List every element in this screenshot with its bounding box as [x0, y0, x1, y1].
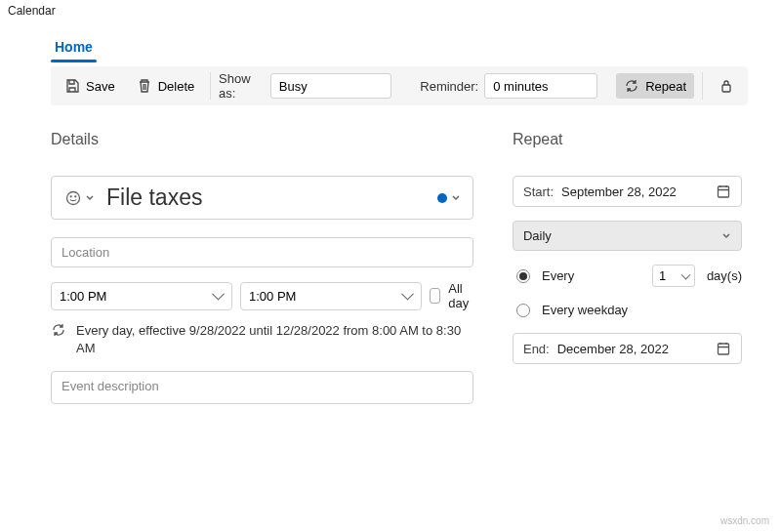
end-time-select[interactable]	[240, 282, 422, 310]
end-label: End:	[523, 342, 550, 356]
calendar-icon	[716, 184, 731, 199]
watermark: wsxdn.com	[720, 515, 769, 526]
trash-icon	[137, 78, 152, 94]
calendar-color-picker[interactable]	[437, 193, 461, 203]
every-weekday-row: Every weekday	[516, 303, 742, 317]
end-value: December 28, 2022	[557, 342, 669, 356]
time-row: All day	[51, 281, 473, 310]
repeat-end-field[interactable]: End: December 28, 2022	[513, 333, 742, 364]
repeat-button[interactable]: Repeat	[616, 73, 694, 99]
start-label: Start:	[523, 184, 554, 199]
start-time-select[interactable]	[51, 282, 232, 310]
svg-point-1	[67, 191, 80, 204]
recurrence-text: Every day, effective 9/28/2022 until 12/…	[76, 322, 473, 357]
tab-bar: Home	[0, 21, 781, 61]
svg-rect-4	[719, 186, 729, 197]
recurrence-summary: Every day, effective 9/28/2022 until 12/…	[51, 322, 473, 357]
delete-button[interactable]: Delete	[129, 73, 203, 99]
reminder-input[interactable]	[484, 73, 597, 99]
calendar-icon	[716, 341, 731, 356]
emoji-picker-button[interactable]	[63, 188, 97, 208]
every-radio[interactable]	[516, 269, 530, 283]
window-title: Calendar	[0, 0, 781, 21]
show-as-input[interactable]	[270, 73, 391, 99]
save-label: Save	[86, 79, 115, 94]
color-dot-icon	[437, 193, 447, 203]
every-weekday-label: Every weekday	[542, 303, 628, 317]
start-value: September 28, 2022	[561, 184, 677, 199]
reminder-label: Reminder:	[420, 79, 478, 94]
frequency-value: Daily	[523, 228, 552, 243]
every-n-days-row: Every day(s)	[516, 265, 742, 287]
every-weekday-radio[interactable]	[516, 304, 530, 317]
frequency-select[interactable]: Daily	[513, 221, 742, 251]
private-button[interactable]	[711, 73, 742, 99]
lock-icon	[719, 78, 734, 94]
svg-point-2	[70, 195, 71, 196]
delete-label: Delete	[158, 79, 195, 94]
all-day-label: All day	[448, 281, 473, 310]
divider	[210, 72, 211, 100]
smiley-icon	[65, 190, 81, 206]
repeat-icon	[51, 322, 66, 338]
tab-home[interactable]: Home	[51, 35, 97, 61]
repeat-label: Repeat	[645, 79, 686, 94]
save-icon	[64, 78, 80, 94]
event-title-box	[51, 176, 473, 220]
location-input[interactable]	[51, 237, 473, 267]
repeat-start-field[interactable]: Start: September 28, 2022	[513, 176, 742, 207]
show-as-label: Show as:	[219, 71, 265, 101]
svg-rect-5	[719, 344, 729, 354]
repeat-icon	[624, 78, 639, 94]
every-label: Every	[542, 268, 574, 283]
details-panel: Details All day Every day, effective 9/2…	[51, 131, 473, 421]
toolbar: Save Delete Show as: Reminder: Repeat	[51, 66, 748, 105]
chevron-down-icon	[451, 193, 461, 203]
all-day-checkbox[interactable]	[430, 288, 440, 304]
details-heading: Details	[51, 131, 473, 148]
every-unit-label: day(s)	[707, 268, 742, 283]
save-button[interactable]: Save	[57, 73, 123, 99]
divider	[702, 72, 703, 100]
svg-point-3	[75, 195, 76, 196]
chevron-down-icon	[721, 231, 731, 241]
svg-rect-0	[722, 85, 730, 92]
event-title-input[interactable]	[106, 184, 428, 211]
every-count-input[interactable]	[652, 265, 695, 287]
chevron-down-icon	[85, 193, 95, 203]
repeat-panel: Repeat Start: September 28, 2022 Daily E…	[513, 131, 742, 421]
repeat-heading: Repeat	[513, 131, 742, 148]
description-input[interactable]	[51, 371, 473, 404]
